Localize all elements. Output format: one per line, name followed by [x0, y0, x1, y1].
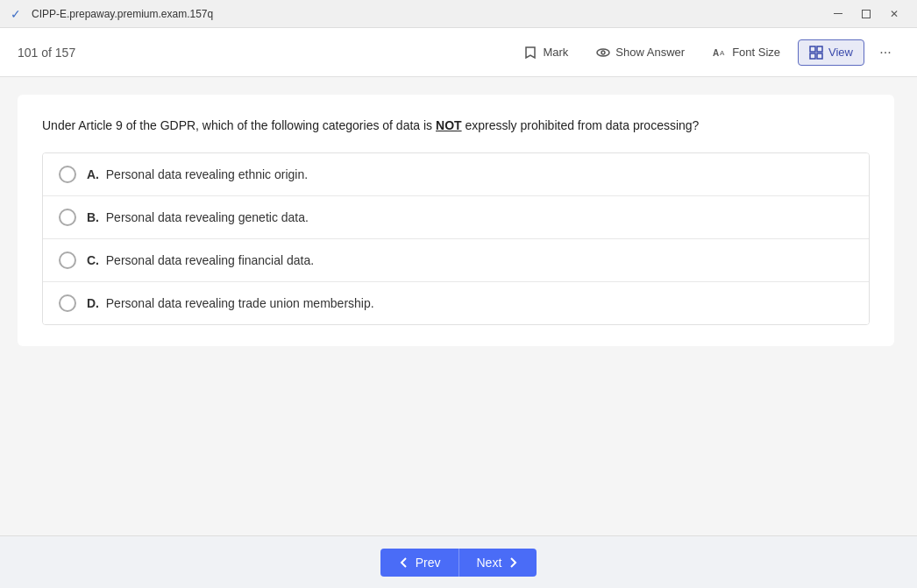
title-bar-text: CIPP-E.prepaway.premium.exam.157q [32, 8, 826, 20]
option-a[interactable]: A. Personal data revealing ethnic origin… [43, 153, 869, 196]
next-label: Next [477, 556, 502, 570]
svg-text:A: A [720, 49, 725, 57]
question-counter: 101 of 157 [18, 46, 513, 60]
options-list: A. Personal data revealing ethnic origin… [42, 152, 870, 325]
svg-rect-6 [810, 46, 815, 52]
svg-point-2 [597, 49, 609, 56]
toolbar-actions: Mark Show Answer A A Font Size View [513, 39, 899, 67]
font-size-label: Font Size [732, 46, 780, 59]
prev-button[interactable]: Prev [380, 549, 459, 577]
font-size-button[interactable]: A A Font Size [702, 40, 791, 65]
svg-rect-0 [834, 13, 842, 14]
minimize-button[interactable] [826, 5, 850, 23]
question-area: Under Article 9 of the GDPR, which of th… [18, 95, 894, 346]
app-icon: ✓ [11, 7, 25, 21]
option-c-label: C. Personal data revealing financial dat… [87, 253, 314, 267]
svg-rect-1 [863, 10, 871, 18]
more-options-button[interactable]: ··· [871, 39, 899, 67]
eye-icon [596, 46, 610, 60]
chevron-left-icon [398, 556, 410, 569]
svg-text:A: A [713, 48, 719, 58]
window-controls: ✕ [826, 5, 906, 23]
prev-label: Prev [416, 556, 441, 570]
bookmark-icon [523, 46, 537, 60]
svg-rect-7 [817, 46, 822, 52]
question-text-after: expressly prohibited from data processin… [462, 118, 700, 132]
maximize-button[interactable] [854, 5, 878, 23]
option-a-radio[interactable] [59, 166, 76, 183]
option-d[interactable]: D. Personal data revealing trade union m… [43, 282, 869, 324]
show-answer-button[interactable]: Show Answer [586, 40, 695, 65]
option-a-label: A. Personal data revealing ethnic origin… [87, 167, 308, 181]
main-content: Under Article 9 of the GDPR, which of th… [0, 77, 917, 535]
svg-point-3 [601, 51, 605, 54]
close-button[interactable]: ✕ [882, 5, 906, 23]
svg-rect-9 [817, 53, 822, 59]
option-b-label: B. Personal data revealing genetic data. [87, 210, 309, 224]
show-answer-label: Show Answer [615, 46, 685, 59]
question-text-before: Under Article 9 of the GDPR, which of th… [42, 118, 436, 132]
next-button[interactable]: Next [459, 549, 537, 577]
option-d-label: D. Personal data revealing trade union m… [87, 296, 374, 310]
view-icon [809, 46, 823, 60]
chevron-right-icon [507, 556, 519, 569]
toolbar: 101 of 157 Mark Show Answer A A Font Siz… [0, 28, 917, 77]
option-c[interactable]: C. Personal data revealing financial dat… [43, 239, 869, 282]
view-label: View [828, 46, 853, 59]
option-b-radio[interactable] [59, 209, 76, 226]
option-b[interactable]: B. Personal data revealing genetic data. [43, 196, 869, 239]
option-d-radio[interactable] [59, 294, 76, 312]
view-button[interactable]: View [798, 39, 864, 66]
option-c-radio[interactable] [59, 251, 76, 269]
question-text: Under Article 9 of the GDPR, which of th… [42, 116, 870, 135]
bottom-bar: Prev Next [0, 535, 917, 588]
mark-label: Mark [543, 46, 568, 59]
title-bar: ✓ CIPP-E.prepaway.premium.exam.157q ✕ [0, 0, 917, 28]
svg-rect-8 [810, 53, 815, 59]
question-bold: NOT [436, 118, 462, 132]
mark-button[interactable]: Mark [513, 40, 579, 65]
font-size-icon: A A [713, 46, 727, 60]
